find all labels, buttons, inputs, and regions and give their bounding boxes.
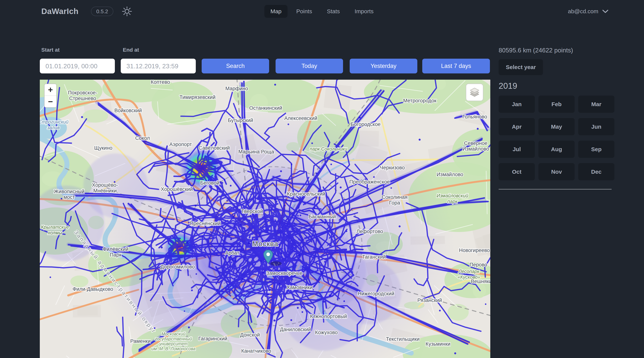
month-button-jan[interactable]: Jan	[499, 96, 535, 113]
map-label: Дорогомилово	[160, 264, 195, 270]
map-marker[interactable]	[264, 250, 294, 267]
layers-icon	[469, 87, 480, 98]
map-label: Аэропорт	[170, 142, 192, 147]
map-label: Богородское	[350, 122, 380, 127]
layers-control-button[interactable]	[466, 84, 483, 101]
map-label: парк Сокольники	[310, 146, 347, 152]
sun-icon	[122, 6, 132, 17]
tab-map[interactable]: Map	[264, 5, 288, 18]
zoom-out-button[interactable]: −	[44, 96, 56, 107]
last-7-days-button[interactable]: Last 7 days	[422, 59, 490, 73]
map-label: Щукино	[94, 145, 112, 151]
map-label: Басманный	[308, 214, 336, 219]
map-label: Марьина Роща	[238, 149, 274, 155]
today-button[interactable]: Today	[276, 59, 343, 73]
month-grid: JanFebMarAprMayJunJulAugSepOctNovDec	[499, 96, 614, 180]
month-button-may[interactable]: May	[538, 118, 575, 135]
month-button-jul[interactable]: Jul	[499, 141, 535, 158]
map-label: Кожухово	[315, 330, 338, 335]
chevron-down-icon	[602, 9, 608, 13]
map-label: Кузьминки	[426, 341, 450, 347]
map-label: Савёловский	[198, 145, 230, 151]
map-pin[interactable]	[264, 250, 294, 267]
end-at-input[interactable]	[121, 59, 196, 73]
map-label: Сокол	[135, 135, 150, 141]
map-label: Донской	[240, 332, 260, 338]
map-label: Преображенское	[349, 179, 390, 185]
map-zoom-control: + −	[44, 84, 57, 108]
map-label: Фили-Давыдково	[72, 286, 113, 292]
map-label: Нижегородский	[358, 291, 394, 297]
sidebar: 80595.6 km (24622 points) Select year 20…	[499, 47, 614, 189]
nav-tabs: MapPointsStatsImports	[264, 5, 380, 18]
month-button-jun[interactable]: Jun	[578, 118, 614, 135]
map-label: Измайлово	[437, 172, 464, 177]
month-button-oct[interactable]: Oct	[499, 163, 535, 180]
map-label: Коптево	[151, 80, 170, 85]
map-label: Рязанский	[417, 297, 442, 303]
sidebar-divider	[499, 189, 612, 189]
month-button-feb[interactable]: Feb	[538, 96, 575, 113]
account-email: ab@cd.com	[568, 8, 598, 14]
start-at-input[interactable]	[40, 59, 115, 73]
year-heading: 2019	[499, 81, 614, 91]
theme-toggle-button[interactable]	[122, 6, 132, 17]
map-label: Таганский	[362, 254, 386, 260]
month-button-apr[interactable]: Apr	[499, 118, 535, 135]
map-label: Тимирязевский	[180, 94, 216, 100]
map-label: Черкизово	[380, 165, 405, 171]
map-label: Гольяново	[462, 114, 487, 120]
map-label: Южнопортовый	[310, 314, 347, 319]
map-label: Хорошёво-Мнёвники	[92, 182, 118, 193]
search-button[interactable]: Search	[202, 59, 269, 73]
map-label: Покровское-Стрешнево	[68, 90, 98, 101]
map-label: Замоскворечье	[266, 270, 302, 276]
navbar: DaWarIch 0.5.2 MapPointsStatsImports ab@…	[0, 0, 644, 23]
tab-stats[interactable]: Stats	[321, 5, 346, 18]
tab-points[interactable]: Points	[290, 5, 318, 18]
map-label: Даниловский	[280, 327, 311, 332]
app-logo[interactable]: DaWarIch	[41, 7, 78, 16]
map-label: Хамовники	[286, 285, 313, 290]
map-label: Алексеевский	[284, 115, 317, 121]
version-badge: 0.5.2	[91, 7, 113, 16]
month-button-mar[interactable]: Mar	[578, 96, 614, 113]
map-label: Текстильщики	[386, 336, 420, 342]
map-label: Новогиреево	[459, 247, 490, 253]
month-button-aug[interactable]: Aug	[538, 141, 575, 158]
map-canvas: Покровское-СтрешневоКоптевоТимирязевский…	[40, 80, 490, 358]
map-label: Хорошёвский	[161, 186, 193, 192]
map-label: Гагаринский	[198, 336, 228, 342]
account-menu-button[interactable]: ab@cd.com	[568, 8, 608, 14]
map-label: Беговой	[200, 180, 219, 186]
map-label: Канатчиково	[241, 348, 271, 354]
page: { "app": { "title": "DaWarIch", "version…	[0, 0, 644, 358]
map[interactable]: Покровское-СтрешневоКоптевоТимирязевский…	[40, 80, 490, 358]
map-label: Метрогородок	[403, 98, 436, 104]
end-at-label: End at	[123, 47, 139, 53]
yesterday-button[interactable]: Yesterday	[350, 59, 417, 73]
select-year-button[interactable]: Select year	[499, 59, 543, 75]
map-label: Пресненский	[190, 221, 220, 226]
map-label: Останкинский	[249, 105, 282, 111]
map-label: Войковский	[114, 108, 142, 113]
map-label: Москва	[252, 240, 278, 248]
map-label: Бутырский	[228, 118, 253, 123]
zoom-in-button[interactable]: +	[44, 84, 56, 96]
map-label: Перово	[470, 262, 487, 268]
map-label: Вешняки	[471, 279, 490, 284]
distance-points-stats: 80595.6 km (24622 points)	[499, 47, 614, 54]
map-label: Тверской	[241, 208, 263, 214]
month-button-sep[interactable]: Sep	[578, 141, 614, 158]
map-label: Лефортово	[356, 229, 383, 234]
month-button-nov[interactable]: Nov	[538, 163, 575, 180]
map-label: Раменки	[130, 338, 151, 344]
tab-imports[interactable]: Imports	[348, 5, 380, 18]
map-label: Марфино	[225, 86, 248, 91]
start-at-label: Start at	[41, 47, 60, 53]
map-label: СеверноеИзмайлово	[462, 140, 489, 152]
month-button-dec[interactable]: Dec	[578, 163, 614, 180]
map-label: Арбат	[225, 250, 239, 256]
map-label: Красносельский	[287, 191, 325, 197]
